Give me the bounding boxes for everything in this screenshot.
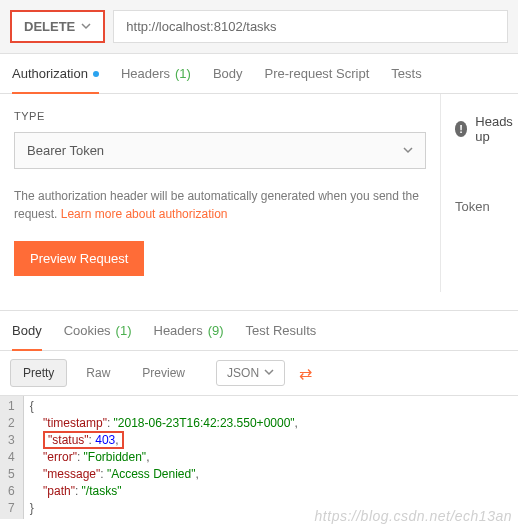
auth-panel: TYPE Bearer Token The authorization head… xyxy=(0,94,440,292)
content-row: TYPE Bearer Token The authorization head… xyxy=(0,94,518,292)
heads-up-row: ! Heads up xyxy=(455,114,518,144)
response-body: 1 2 3 4 5 6 7 { "timestamp": "2018-06-23… xyxy=(0,396,518,519)
auth-message: The authorization header will be automat… xyxy=(14,187,426,223)
auth-type-label: TYPE xyxy=(14,110,426,122)
tab-headers[interactable]: Headers (1) xyxy=(121,54,191,93)
heads-up-label: Heads up xyxy=(475,114,518,144)
line-number: 1 xyxy=(0,398,23,415)
token-label: Token xyxy=(455,199,518,214)
watermark: https://blog.csdn.net/ech13an xyxy=(315,508,512,524)
code-line: "status": 403, xyxy=(30,432,298,449)
auth-type-select[interactable]: Bearer Token xyxy=(14,132,426,169)
response-toolbar: Pretty Raw Preview JSON ⇄ xyxy=(0,351,518,396)
tab-count: (1) xyxy=(175,66,191,81)
request-bar: DELETE xyxy=(0,0,518,54)
resp-tab-body[interactable]: Body xyxy=(12,311,42,350)
view-pretty[interactable]: Pretty xyxy=(10,359,67,387)
tab-prerequest[interactable]: Pre-request Script xyxy=(265,54,370,93)
tab-label: Tests xyxy=(391,66,421,81)
auth-type-value: Bearer Token xyxy=(27,143,104,158)
tab-label: Headers xyxy=(121,66,170,81)
resp-tab-testresults[interactable]: Test Results xyxy=(246,311,317,350)
line-number: 3 xyxy=(0,432,23,449)
tab-authorization[interactable]: Authorization xyxy=(12,54,99,93)
line-number: 7 xyxy=(0,500,23,517)
format-label: JSON xyxy=(227,366,259,380)
chevron-down-icon xyxy=(403,143,413,158)
tab-count: (9) xyxy=(208,323,224,338)
info-icon: ! xyxy=(455,121,467,137)
tab-label: Test Results xyxy=(246,323,317,338)
response-tabs: Body Cookies (1) Headers (9) Test Result… xyxy=(0,310,518,351)
code-content[interactable]: { "timestamp": "2018-06-23T16:42:23.550+… xyxy=(24,396,304,519)
tab-label: Cookies xyxy=(64,323,111,338)
tab-tests[interactable]: Tests xyxy=(391,54,421,93)
line-number: 4 xyxy=(0,449,23,466)
tab-label: Headers xyxy=(154,323,203,338)
tab-label: Pre-request Script xyxy=(265,66,370,81)
http-method-label: DELETE xyxy=(24,19,75,34)
format-select[interactable]: JSON xyxy=(216,360,285,386)
view-preview[interactable]: Preview xyxy=(129,359,198,387)
side-panel: ! Heads up Token xyxy=(440,94,518,292)
tab-body[interactable]: Body xyxy=(213,54,243,93)
chevron-down-icon xyxy=(81,19,91,34)
chevron-down-icon xyxy=(264,366,274,380)
resp-tab-cookies[interactable]: Cookies (1) xyxy=(64,311,132,350)
preview-request-button[interactable]: Preview Request xyxy=(14,241,144,276)
tab-count: (1) xyxy=(116,323,132,338)
code-line: } xyxy=(30,500,298,517)
tab-label: Authorization xyxy=(12,66,88,81)
url-input[interactable] xyxy=(113,10,508,43)
active-dot-icon xyxy=(93,71,99,77)
line-number: 6 xyxy=(0,483,23,500)
auth-learn-more-link[interactable]: Learn more about authorization xyxy=(61,207,228,221)
line-gutter: 1 2 3 4 5 6 7 xyxy=(0,396,24,519)
code-line: "timestamp": "2018-06-23T16:42:23.550+00… xyxy=(30,415,298,432)
code-line: "path": "/tasks" xyxy=(30,483,298,500)
line-number: 2 xyxy=(0,415,23,432)
code-line: "error": "Forbidden", xyxy=(30,449,298,466)
tab-label: Body xyxy=(12,323,42,338)
http-method-select[interactable]: DELETE xyxy=(10,10,105,43)
view-raw[interactable]: Raw xyxy=(73,359,123,387)
line-number: 5 xyxy=(0,466,23,483)
tab-label: Body xyxy=(213,66,243,81)
status-highlight: "status": 403, xyxy=(43,431,124,449)
wrap-lines-icon[interactable]: ⇄ xyxy=(299,364,312,383)
resp-tab-headers[interactable]: Headers (9) xyxy=(154,311,224,350)
request-tabs: Authorization Headers (1) Body Pre-reque… xyxy=(0,54,518,94)
code-line: { xyxy=(30,398,298,415)
code-line: "message": "Access Denied", xyxy=(30,466,298,483)
